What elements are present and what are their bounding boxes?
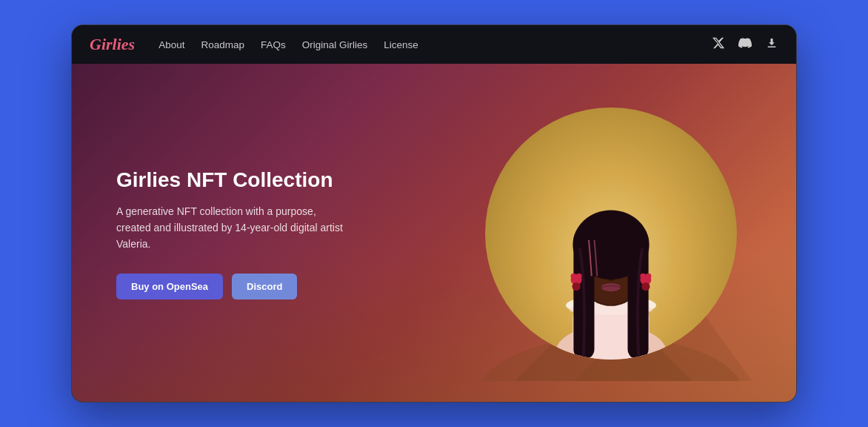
nav-links: About Roadmap FAQs Original Girlies Lice…	[158, 39, 691, 50]
svg-point-29	[571, 274, 577, 279]
svg-point-24	[573, 221, 648, 260]
nav-link-original-girlies[interactable]: Original Girlies	[302, 39, 368, 50]
nav-link-roadmap[interactable]: Roadmap	[201, 39, 244, 50]
discord-button[interactable]: Discord	[232, 274, 297, 299]
discord-icon[interactable]	[738, 36, 752, 53]
nav-link-about[interactable]: About	[158, 39, 184, 50]
hero-buttons: Buy on OpenSea Discord	[116, 274, 398, 299]
nav-icons	[712, 36, 778, 53]
download-icon[interactable]	[765, 36, 778, 53]
buy-opensea-button[interactable]: Buy on OpenSea	[116, 274, 223, 299]
nav-link-faqs[interactable]: FAQs	[261, 39, 286, 50]
nav-link-license[interactable]: License	[384, 39, 418, 50]
logo[interactable]: Girlies	[90, 35, 135, 54]
svg-point-32	[646, 274, 652, 279]
hero-section: Girlies NFT Collection A generative NFT …	[72, 64, 796, 403]
navbar: Girlies About Roadmap FAQs Original Girl…	[72, 25, 796, 64]
character-illustration	[500, 137, 722, 360]
browser-window: Girlies About Roadmap FAQs Original Girl…	[71, 24, 797, 403]
hero-subtitle: A generative NFT collection with a purpo…	[116, 203, 353, 253]
hero-text: Girlies NFT Collection A generative NFT …	[116, 168, 398, 299]
svg-point-31	[640, 274, 646, 279]
svg-point-30	[576, 274, 582, 279]
outer-container: Girlies About Roadmap FAQs Original Girl…	[0, 0, 868, 427]
svg-point-20	[601, 283, 621, 291]
svg-point-26	[572, 282, 581, 291]
hero-image-container	[485, 107, 737, 360]
hero-circle	[485, 107, 737, 360]
svg-point-28	[641, 282, 650, 291]
twitter-icon[interactable]	[712, 36, 725, 53]
hero-title: Girlies NFT Collection	[116, 168, 398, 193]
